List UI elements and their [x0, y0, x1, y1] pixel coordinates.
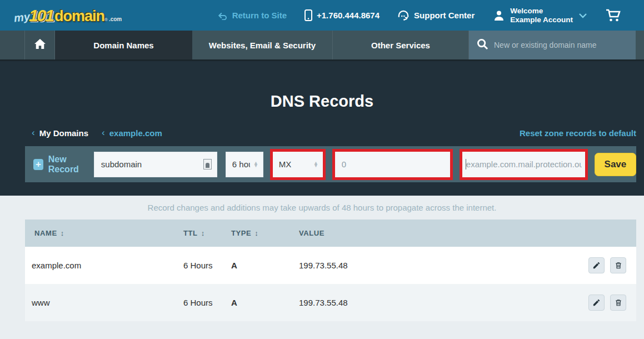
- record-name: www: [25, 298, 183, 307]
- breadcrumb: ‹ My Domains ‹ example.com Reset zone re…: [0, 127, 644, 138]
- main-nav: Domain Names Websites, Email & Security …: [0, 31, 644, 61]
- column-header-value: VALUE: [299, 229, 581, 237]
- breadcrumb-chevron-icon: ‹: [102, 127, 105, 138]
- breadcrumb-example-com-label: example.com: [109, 128, 162, 138]
- value-header-label: VALUE: [299, 229, 325, 237]
- page-title: DNS Records: [0, 92, 644, 111]
- home-icon: [34, 38, 46, 52]
- value-input[interactable]: example.com.mail.protection.ou: [462, 152, 585, 177]
- subdomain-input[interactable]: [94, 152, 217, 177]
- site-logo[interactable]: my101domain®.com: [14, 6, 122, 25]
- tab-domain-names[interactable]: Domain Names: [55, 31, 192, 59]
- type-header-label: TYPE: [231, 229, 251, 237]
- ttl-select[interactable]: 6 hours ▲▼: [226, 152, 263, 177]
- top-bar: my101domain®.com Return to Site +1.760.4…: [0, 0, 644, 31]
- record-type-select[interactable]: MX ▲▼: [273, 152, 323, 177]
- chevron-down-icon: [578, 11, 587, 20]
- nav-endcap: [636, 31, 644, 59]
- support-center-link[interactable]: Support Center: [397, 10, 475, 21]
- save-button[interactable]: Save: [595, 153, 636, 176]
- breadcrumb-my-domains[interactable]: ‹ My Domains: [32, 127, 88, 138]
- phone-number[interactable]: +1.760.444.8674: [304, 9, 380, 21]
- delete-button[interactable]: [610, 295, 626, 311]
- plus-icon: +: [33, 159, 43, 170]
- home-tab[interactable]: [25, 31, 55, 59]
- autofill-icon: [203, 159, 212, 170]
- sort-icon[interactable]: ↕: [201, 229, 205, 237]
- column-header-type: TYPE↕: [231, 229, 299, 237]
- return-to-site-label: Return to Site: [232, 11, 287, 20]
- edit-button[interactable]: [588, 295, 605, 311]
- logo-domain: domain: [54, 8, 104, 25]
- table-row: www 6 Hours A 199.73.55.48: [25, 284, 636, 321]
- ttl-select-value: 6 hours: [232, 159, 250, 169]
- logo-101: 101: [29, 6, 53, 25]
- new-record-button[interactable]: + New Record: [33, 154, 94, 175]
- logo-my: my: [13, 10, 31, 24]
- spinner-arrows-icon: ▲▼: [250, 162, 258, 167]
- name-header-label: NAME: [34, 229, 57, 237]
- priority-input-highlight: [332, 149, 453, 180]
- record-value: 199.73.55.48: [299, 298, 581, 307]
- delete-button[interactable]: [610, 257, 626, 273]
- logo-registered-mark: ®: [104, 17, 108, 22]
- breadcrumb-chevron-icon: ‹: [32, 127, 35, 138]
- new-record-bar: + New Record 6 hours ▲▼ MX ▲▼ example.co…: [25, 146, 636, 182]
- value-input-highlight: example.com.mail.protection.ou: [460, 149, 588, 180]
- logo-tld: .com: [109, 16, 122, 22]
- breadcrumb-example-com[interactable]: ‹ example.com: [102, 127, 162, 138]
- breadcrumb-my-domains-label: My Domains: [39, 128, 88, 138]
- subdomain-field-wrap: [94, 152, 217, 177]
- domain-search-box: [469, 31, 636, 59]
- return-to-site-link[interactable]: Return to Site: [218, 11, 287, 20]
- dns-records-table: NAME↕ TTL↕ TYPE↕ VALUE example.com 6 Hou…: [25, 220, 636, 321]
- search-icon: [477, 38, 488, 52]
- new-record-label: New Record: [48, 154, 94, 175]
- mobile-phone-icon: [304, 9, 312, 21]
- cart-icon: [605, 9, 621, 22]
- support-center-label: Support Center: [414, 11, 475, 20]
- welcome-line1: Welcome: [510, 7, 543, 15]
- column-header-ttl: TTL↕: [183, 229, 231, 237]
- record-type: A: [231, 261, 299, 270]
- record-value: 199.73.55.48: [299, 261, 581, 270]
- table-row: example.com 6 Hours A 199.73.55.48: [25, 247, 636, 284]
- type-select-highlight: MX ▲▼: [270, 149, 326, 180]
- phone-number-label: +1.760.444.8674: [317, 11, 380, 20]
- column-header-name: NAME↕: [25, 229, 183, 237]
- sort-icon[interactable]: ↕: [61, 229, 64, 237]
- dns-records-section: DNS Records ‹ My Domains ‹ example.com R…: [0, 61, 644, 196]
- record-type-value: MX: [279, 159, 292, 169]
- tab-domain-names-label: Domain Names: [93, 41, 153, 50]
- edit-button[interactable]: [588, 257, 605, 273]
- nav-spacer: [0, 31, 25, 59]
- cart-button[interactable]: [605, 9, 621, 22]
- tab-other-services[interactable]: Other Services: [333, 31, 469, 59]
- reset-zone-records-link[interactable]: Reset zone records to default: [520, 128, 636, 138]
- tab-other-services-label: Other Services: [371, 41, 430, 50]
- table-header-row: NAME↕ TTL↕ TYPE↕ VALUE: [25, 220, 636, 247]
- tab-websites-email-security[interactable]: Websites, Email & Security: [192, 31, 333, 59]
- propagation-notice: Record changes and additions may take up…: [0, 203, 644, 212]
- account-menu[interactable]: Welcome Example Account: [492, 7, 587, 24]
- record-type: A: [231, 298, 299, 307]
- tab-websites-label: Websites, Email & Security: [209, 41, 316, 50]
- value-placeholder: example.com.mail.protection.ou: [466, 159, 582, 169]
- spinner-arrows-icon: ▲▼: [310, 162, 318, 167]
- ttl-header-label: TTL: [183, 229, 198, 237]
- priority-input[interactable]: [335, 152, 450, 177]
- record-ttl: 6 Hours: [183, 261, 231, 270]
- record-ttl: 6 Hours: [183, 298, 231, 307]
- headset-icon: [397, 10, 410, 21]
- sort-icon[interactable]: ↕: [254, 229, 258, 237]
- welcome-line2: Example Account: [510, 16, 573, 24]
- user-icon: [492, 9, 506, 22]
- domain-search-input[interactable]: [494, 41, 628, 49]
- record-name: example.com: [25, 261, 183, 270]
- records-section: Record changes and additions may take up…: [0, 196, 644, 321]
- return-arrow-icon: [218, 11, 228, 20]
